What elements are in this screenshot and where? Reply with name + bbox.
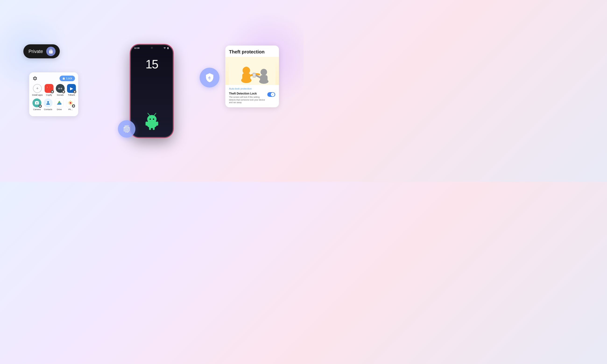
scene: Private Lock + Install apps (12, 7, 292, 175)
phone: 12:30 15 (130, 44, 173, 138)
svg-rect-9 (156, 122, 158, 126)
app-item-socials[interactable]: ●● Socials (56, 84, 65, 96)
svg-point-3 (147, 115, 157, 123)
svg-rect-20 (253, 74, 255, 77)
status-icons (164, 47, 170, 49)
settings-icon[interactable] (32, 76, 38, 81)
photos-lock-icon (73, 105, 75, 107)
camera-notch (151, 47, 153, 49)
svg-rect-17 (260, 75, 267, 82)
app-row-1: + Install apps ❤️ Cupify ●● (32, 84, 75, 96)
app-item-camera[interactable]: Camera (32, 98, 41, 111)
app-row-2: Camera Contacts (32, 98, 75, 111)
photos-icon (66, 98, 75, 107)
app-label-drive: Drive (57, 108, 62, 111)
svg-line-7 (154, 113, 156, 116)
status-time: 12:30 (134, 47, 140, 49)
battery-icon (167, 47, 170, 49)
private-space-pill[interactable]: Private (23, 44, 60, 58)
svg-point-1 (70, 102, 71, 104)
lock-icon (48, 49, 53, 54)
theft-illustration (225, 57, 279, 85)
phone-screen: 12:30 15 (131, 45, 173, 137)
status-bar: 12:30 (131, 45, 173, 50)
app-item-cupify[interactable]: ❤️ Cupify (45, 84, 53, 96)
cupify-lock-icon (51, 91, 53, 93)
shield-bubble (200, 68, 219, 88)
socials-icon: ●● (56, 84, 65, 93)
svg-rect-8 (145, 122, 147, 126)
lock-btn-label: Lock (66, 77, 72, 80)
cupify-icon: ❤️ (45, 84, 53, 93)
svg-point-4 (149, 118, 151, 120)
svg-point-18 (261, 69, 267, 75)
app-label-tribank: TriBank (68, 94, 75, 96)
lock-button[interactable]: Lock (60, 76, 75, 81)
private-lock-circle (46, 47, 55, 56)
svg-line-6 (147, 113, 149, 116)
install-icon: + (33, 84, 42, 93)
app-item-drive[interactable]: Drive (55, 98, 64, 111)
lock-btn-icon (62, 77, 65, 80)
svg-rect-14 (242, 73, 250, 81)
theft-detection-desc: The screen will lock if this setting det… (229, 96, 265, 104)
theft-detection-text: Theft Detection Lock The screen will loc… (229, 92, 265, 104)
app-label-contacts: Contacts (44, 108, 52, 111)
tribank-lock-icon (74, 91, 76, 93)
app-item-contacts[interactable]: Contacts (44, 98, 53, 111)
fingerprint-icon (122, 125, 131, 133)
app-label-photos: Ph... (68, 108, 73, 111)
app-label-install: Install apps (32, 94, 43, 96)
svg-point-5 (153, 118, 154, 120)
svg-point-15 (243, 67, 250, 74)
camera-lock-icon (39, 105, 41, 107)
theft-detection-toggle[interactable] (267, 92, 275, 97)
private-label: Private (28, 49, 43, 54)
socials-lock-icon (63, 91, 65, 93)
svg-rect-10 (149, 127, 151, 130)
svg-rect-11 (153, 127, 155, 130)
phone-clock: 15 (131, 57, 173, 71)
app-item-photos[interactable]: Ph... (66, 98, 75, 111)
theft-protection-card: Theft protection (225, 46, 279, 107)
shield-key-icon (205, 73, 214, 83)
contacts-icon (44, 98, 53, 107)
svg-rect-12 (229, 57, 276, 85)
android-mascot (142, 111, 161, 130)
fingerprint-bubble (118, 120, 135, 138)
theft-detection-title: Theft Detection Lock (229, 92, 265, 95)
theft-detection-row: Theft Detection Lock The screen will loc… (229, 92, 275, 104)
app-label-cupify: Cupify (46, 94, 52, 96)
app-grid-header: Lock (32, 76, 75, 81)
theft-card-title: Theft protection (225, 46, 279, 57)
theft-card-footer: Auto-lock protection Theft Detection Loc… (225, 85, 279, 107)
tribank-icon: ▶ (67, 84, 76, 93)
app-item-tribank[interactable]: ▶ TriBank (67, 84, 76, 96)
app-item-install[interactable]: + Install apps (32, 84, 42, 96)
app-grid-card: Lock + Install apps ❤️ Cupify (29, 72, 78, 116)
drive-icon (55, 98, 64, 107)
app-label-socials: Socials (57, 94, 64, 96)
camera-icon (32, 98, 41, 107)
signal-icon (164, 47, 166, 49)
app-label-camera: Camera (33, 108, 41, 111)
auto-lock-label: Auto-lock protection (229, 87, 275, 90)
